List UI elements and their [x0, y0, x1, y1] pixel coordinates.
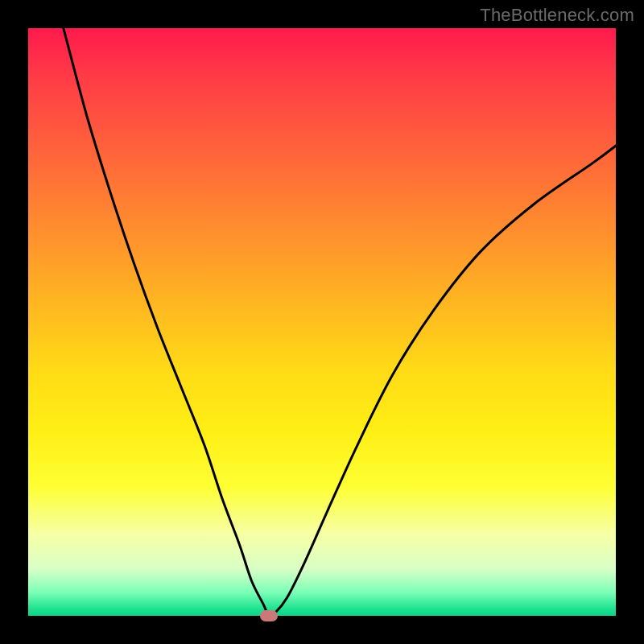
- plot-area: [28, 28, 616, 616]
- watermark-text: TheBottleneck.com: [480, 5, 634, 26]
- chart-frame: TheBottleneck.com: [0, 0, 644, 644]
- bottleneck-curve: [28, 28, 616, 616]
- optimal-point-marker: [260, 610, 278, 621]
